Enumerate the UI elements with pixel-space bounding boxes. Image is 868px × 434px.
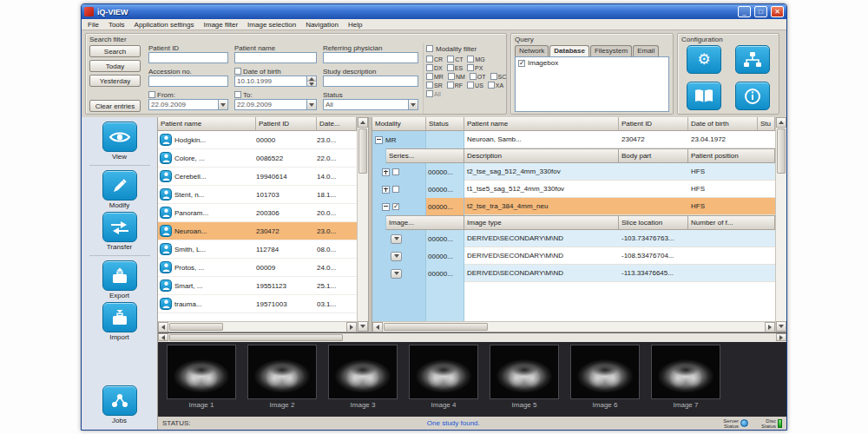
mri-thumbnail-image[interactable] [167,345,236,399]
modality-checkbox[interactable]: SC [490,73,507,80]
patient-row[interactable]: Panoram... 200306 20.0... [158,204,357,222]
log-book-button[interactable] [687,82,721,110]
col-description[interactable]: Description [464,148,619,163]
modality-checkbox[interactable]: MG [467,56,484,62]
export-icon-button[interactable] [102,260,137,291]
today-button[interactable]: Today [89,60,141,72]
scroll-up-button[interactable] [358,117,368,128]
thumbnail-item[interactable]: Image 4 [409,345,478,409]
to-dropdown-button[interactable] [306,99,317,110]
menu-application-settings[interactable]: Application settings [135,21,194,29]
col-patient-name[interactable]: Patient name [158,117,256,131]
from-checkbox[interactable] [148,91,155,98]
patient-id-input[interactable] [148,52,228,63]
referring-physician-input[interactable] [323,52,418,63]
status-dropdown-button[interactable] [408,99,418,110]
patient-row[interactable]: Hodgkin... 00000 23.0... [158,131,357,149]
view-icon-button[interactable] [102,122,137,152]
network-config-button[interactable] [735,45,770,74]
modality-checkbox[interactable]: DX [426,64,443,71]
col-patient-name[interactable]: Patient name [464,117,619,131]
scroll-left-button[interactable] [158,322,168,332]
sidebar-item-modify[interactable]: Modify [102,170,137,209]
thumbnail-item[interactable]: Image 5 [490,345,559,409]
thumbnail-item[interactable]: Image 2 [247,345,317,409]
mri-thumbnail-image[interactable] [409,345,478,399]
series-checkbox[interactable] [392,168,399,175]
modality-checkbox[interactable]: CR [426,56,443,62]
patient-row[interactable]: Colore, ... 0086522 22.0... [158,149,357,168]
patient-row[interactable]: Smart, ... 19551123 25.1... [158,277,357,295]
collapse-icon[interactable] [382,203,390,211]
yesterday-button[interactable]: Yesterday [89,75,141,87]
mri-thumbnail-image[interactable] [570,345,640,399]
scroll-right-button[interactable] [776,333,786,341]
modality-checkbox[interactable]: SR [426,82,443,89]
modality-checkbox-all[interactable]: All [426,90,441,97]
modality-checkbox[interactable]: NM [448,73,465,80]
col-study[interactable]: Stu [758,117,775,131]
query-listbox[interactable]: Imagebox [515,56,669,112]
thumbnail-item[interactable]: Image 3 [328,345,398,409]
mri-thumbnail-image[interactable] [247,345,317,399]
modality-checkbox[interactable]: XA [488,82,503,89]
patient-row[interactable]: Smith, L... 112784 08.0... [158,240,357,259]
to-checkbox[interactable] [234,91,241,98]
maximize-button[interactable]: □ [754,6,767,17]
series-row[interactable]: 00000... t1_tse5_sag_512_4mm_330fov HFS [372,181,775,198]
image-row[interactable]: 00000... DERIVED\SECONDARY\M\ND -113.334… [372,265,775,282]
col-series[interactable]: Series... [386,148,464,163]
to-date-input[interactable] [234,99,306,110]
from-dropdown-button[interactable] [218,99,228,110]
date-of-birth-spinner[interactable] [306,76,317,87]
search-button[interactable]: Search [89,45,141,57]
mri-thumbnail-image[interactable] [490,345,559,399]
patient-horizontal-scrollbar[interactable] [158,321,357,332]
collapse-icon[interactable] [375,136,383,144]
scroll-down-button[interactable] [776,321,786,332]
clear-entries-button[interactable]: Clear entries [89,100,141,112]
from-date-input[interactable] [148,99,218,110]
sidebar-item-export[interactable]: Export [102,260,137,299]
image-row[interactable]: 00000... DERIVED\SECONDARY\M\ND -103.734… [372,230,775,247]
sidebar-item-transfer[interactable]: Transfer [102,212,137,251]
menu-help[interactable]: Help [348,21,362,29]
query-item-imagebox[interactable]: Imagebox [518,59,666,67]
status-select-value[interactable] [323,99,408,110]
mri-thumbnail-image[interactable] [328,345,398,399]
study-row[interactable]: MR Neuroan, Samb... 230472 23.04.1972 [372,131,775,148]
scrollbar-thumb[interactable] [169,323,223,331]
date-of-birth-input[interactable] [234,76,306,87]
patient-row[interactable]: trauma... 19571003 03.1... [158,295,357,313]
patient-name-input[interactable] [234,52,317,63]
col-patient-position[interactable]: Patient position [688,148,775,163]
col-modality[interactable]: Modality [372,117,426,131]
scrollbar-thumb[interactable] [777,128,786,174]
settings-button[interactable]: ⚙ [687,45,721,74]
study-vertical-scrollbar[interactable] [775,117,786,332]
scrollbar-track[interactable] [489,322,765,332]
accession-input[interactable] [148,76,228,87]
patient-row-selected[interactable]: Neuroan... 230472 23.0... [158,222,357,240]
scrollbar-thumb[interactable] [358,128,367,174]
image-dropdown-button[interactable] [391,269,402,279]
sidebar-item-import[interactable]: Import [102,302,137,341]
menu-image-filter[interactable]: Image filter [204,21,239,29]
col-image-type[interactable]: Image type [464,215,619,230]
patient-row[interactable]: Protos, ... 00009 24.0... [158,259,357,277]
close-button[interactable]: ✕ [771,6,784,17]
scroll-left-button[interactable] [158,333,168,341]
modality-checkbox[interactable]: ES [447,64,463,71]
mri-thumbnail-image[interactable] [651,345,720,399]
scrollbar-track[interactable] [776,174,786,321]
status-combo[interactable] [323,99,418,110]
thumbnail-item[interactable]: Image 1 [167,345,236,409]
scroll-right-button[interactable] [765,322,775,332]
series-row[interactable]: 00000... t2_tse_sag_512_4mm_330fov HFS [372,163,775,181]
series-row-selected[interactable]: 00000... t2_tse_tra_384_4mm_neu HFS [372,198,775,215]
thumbnail-scrollbar[interactable] [158,333,786,342]
modality-checkbox[interactable]: CT [447,56,463,62]
sidebar-item-jobs[interactable]: Jobs [102,385,137,424]
menu-file[interactable]: File [88,21,99,29]
image-dropdown-button[interactable] [391,252,402,261]
